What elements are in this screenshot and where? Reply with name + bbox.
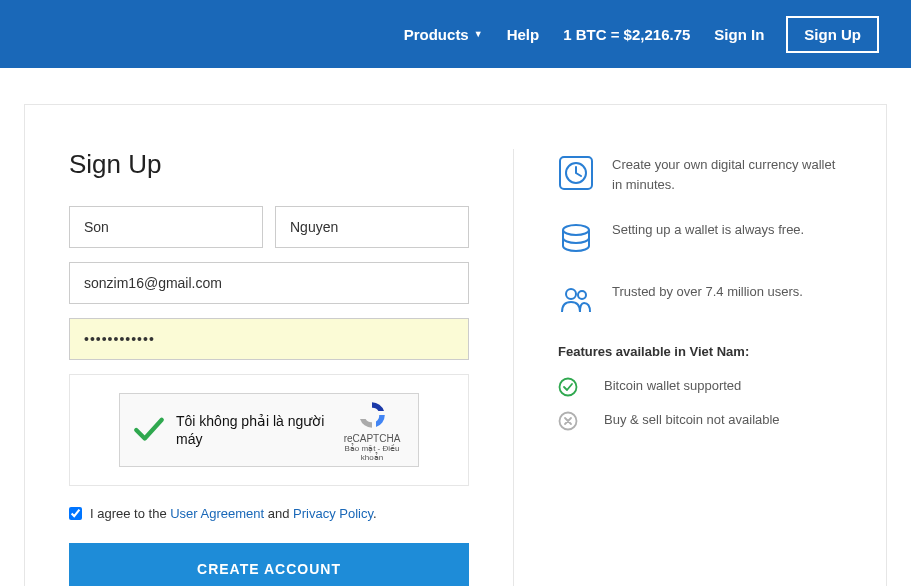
nav-products[interactable]: Products ▼ <box>404 26 483 43</box>
recaptcha-container: Tôi không phải là người máy reCAPTCHA Bả… <box>69 374 469 486</box>
nav-products-label: Products <box>404 26 469 43</box>
password-input[interactable] <box>69 318 469 360</box>
user-agreement-link[interactable]: User Agreement <box>170 506 264 521</box>
nav-help[interactable]: Help <box>507 26 540 43</box>
agree-text-suffix: . <box>373 506 377 521</box>
clock-icon <box>558 155 594 191</box>
privacy-policy-link[interactable]: Privacy Policy <box>293 506 373 521</box>
agree-text-prefix: I agree to the <box>90 506 170 521</box>
form-title: Sign Up <box>69 149 469 180</box>
users-icon <box>558 282 594 318</box>
agree-row: I agree to the User Agreement and Privac… <box>69 506 469 521</box>
x-circle-icon <box>558 411 578 431</box>
signup-card: Sign Up Tôi không phải là người m <box>24 104 887 586</box>
feature-item: Buy & sell bitcoin not available <box>558 411 842 431</box>
svg-point-2 <box>563 225 589 235</box>
info-text: Setting up a wallet is always free. <box>612 220 804 256</box>
agree-text-mid: and <box>264 506 293 521</box>
chevron-down-icon: ▼ <box>474 29 483 39</box>
signin-link[interactable]: Sign In <box>714 26 764 43</box>
checkmark-icon <box>132 413 166 447</box>
recaptcha-logo: reCAPTCHA Bảo mật - Điều khoản <box>338 399 406 462</box>
coins-icon <box>558 220 594 256</box>
create-account-button[interactable]: CREATE ACCOUNT <box>69 543 469 586</box>
btc-rate: 1 BTC = $2,216.75 <box>563 26 690 43</box>
info-item: Create your own digital currency wallet … <box>558 155 842 194</box>
feature-text: Buy & sell bitcoin not available <box>604 411 780 431</box>
agree-checkbox[interactable] <box>69 507 82 520</box>
signup-form: Sign Up Tôi không phải là người m <box>69 149 469 586</box>
info-text: Create your own digital currency wallet … <box>612 155 842 194</box>
recaptcha-terms: Bảo mật - Điều khoản <box>338 444 406 462</box>
top-nav: Products ▼ Help 1 BTC = $2,216.75 Sign I… <box>0 0 911 68</box>
recaptcha-icon <box>356 399 388 431</box>
svg-point-4 <box>578 291 586 299</box>
firstname-input[interactable] <box>69 206 263 248</box>
svg-point-3 <box>566 289 576 299</box>
signup-button[interactable]: Sign Up <box>786 16 879 53</box>
features-heading: Features available in Viet Nam: <box>558 344 842 359</box>
vertical-divider <box>513 149 514 586</box>
recaptcha-label: Tôi không phải là người máy <box>176 412 338 448</box>
info-text: Trusted by over 7.4 million users. <box>612 282 803 318</box>
info-column: Create your own digital currency wallet … <box>558 149 842 586</box>
feature-text: Bitcoin wallet supported <box>604 377 741 397</box>
check-circle-icon <box>558 377 578 397</box>
lastname-input[interactable] <box>275 206 469 248</box>
feature-item: Bitcoin wallet supported <box>558 377 842 397</box>
recaptcha-widget[interactable]: Tôi không phải là người máy reCAPTCHA Bả… <box>119 393 419 467</box>
recaptcha-brand: reCAPTCHA <box>338 433 406 444</box>
info-item: Setting up a wallet is always free. <box>558 220 842 256</box>
svg-point-5 <box>560 379 577 396</box>
email-input[interactable] <box>69 262 469 304</box>
info-item: Trusted by over 7.4 million users. <box>558 282 842 318</box>
